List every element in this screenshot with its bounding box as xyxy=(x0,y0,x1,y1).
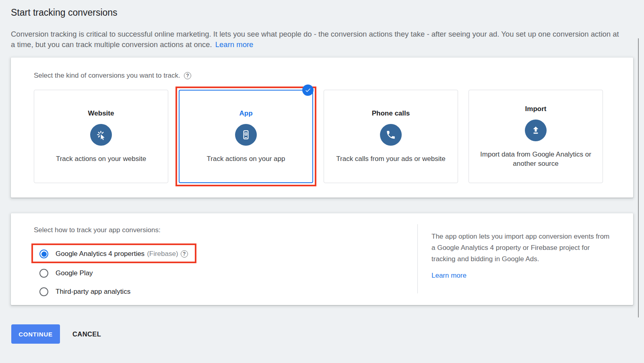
method-section-label: Select how to track your app conversions… xyxy=(34,226,161,234)
intro-learn-more-link[interactable]: Learn more xyxy=(215,40,254,49)
option-card-website[interactable]: Website Track actions on your website xyxy=(34,90,168,183)
radio-button[interactable] xyxy=(39,287,48,296)
option-title: Import xyxy=(525,105,547,113)
continue-button[interactable]: CONTINUE xyxy=(11,324,60,344)
radio-label-text: Google Analytics 4 properties xyxy=(56,250,144,258)
kind-section-label: Select the kind of conversions you want … xyxy=(34,72,180,80)
help-icon[interactable]: ? xyxy=(184,72,191,79)
page-title: Start tracking conversions xyxy=(11,7,118,18)
radio-row-google-play[interactable]: Google Play xyxy=(39,268,93,279)
cancel-button[interactable]: CANCEL xyxy=(69,324,104,344)
tracking-method-card: Select how to track your app conversions… xyxy=(11,213,633,305)
radio-label-text: Google Play xyxy=(56,269,93,277)
option-card-app[interactable]: App Track actions on your app xyxy=(179,90,313,183)
radio-row-third-party[interactable]: Third-party app analytics xyxy=(39,286,130,297)
radio-button[interactable] xyxy=(39,269,48,278)
intro-paragraph: Conversion tracking is critical to succe… xyxy=(11,29,623,50)
phone-icon xyxy=(380,124,402,146)
option-card-phone-calls[interactable]: Phone calls Track calls from your ads or… xyxy=(324,90,458,183)
install-mobile-icon xyxy=(235,124,257,146)
option-description: Import data from Google Analytics or ano… xyxy=(474,150,597,168)
conversion-kind-card: Select the kind of conversions you want … xyxy=(11,58,633,198)
scrollbar-thumb[interactable] xyxy=(638,38,639,318)
upload-icon xyxy=(525,120,547,141)
conversion-type-options: Website Track actions on your website xyxy=(34,90,603,183)
radio-label-suffix: (Firebase) xyxy=(147,250,178,258)
option-title: Phone calls xyxy=(372,109,410,118)
option-title: Website xyxy=(88,109,114,118)
app-option-info-panel: The app option lets you import app conve… xyxy=(431,231,613,281)
radio-label: Google Analytics 4 properties (Firebase)… xyxy=(56,250,188,258)
radio-button-selected[interactable] xyxy=(39,250,48,258)
help-icon[interactable]: ? xyxy=(181,250,188,258)
selected-check-icon xyxy=(302,85,314,96)
intro-text: Conversion tracking is critical to succe… xyxy=(11,30,619,49)
kind-section-label-row: Select the kind of conversions you want … xyxy=(34,72,191,80)
option-card-import[interactable]: Import Import data from Google Analytics… xyxy=(469,90,603,183)
option-description: Track actions on your website xyxy=(56,154,146,163)
option-title: App xyxy=(239,109,252,118)
vertical-divider xyxy=(417,224,418,293)
radio-label-text: Third-party app analytics xyxy=(56,288,130,296)
radio-row-google-analytics[interactable]: Google Analytics 4 properties (Firebase)… xyxy=(39,248,188,260)
radio-label: Google Play xyxy=(56,269,93,277)
info-text: The app option lets you import app conve… xyxy=(431,233,609,263)
info-learn-more-link[interactable]: Learn more xyxy=(431,270,466,281)
radio-label: Third-party app analytics xyxy=(56,288,130,296)
method-section-label-row: Select how to track your app conversions… xyxy=(34,226,161,234)
ads-click-icon xyxy=(90,124,112,146)
option-description: Track actions on your app xyxy=(207,154,285,163)
option-description: Track calls from your ads or website xyxy=(336,154,445,163)
